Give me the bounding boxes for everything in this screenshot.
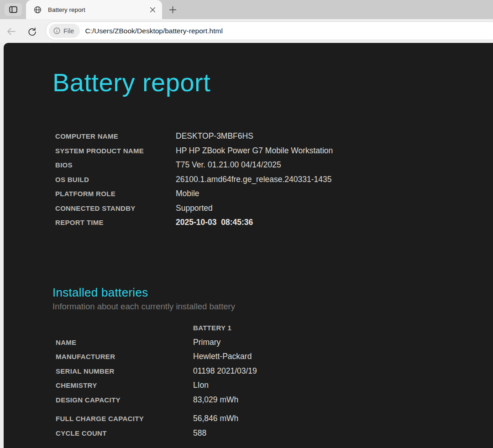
row-label: PLATFORM ROLE <box>55 190 176 198</box>
tab-actions-button[interactable] <box>5 3 22 16</box>
table-row: NAME Primary <box>56 335 257 350</box>
battery-column-header: BATTERY 1 <box>193 324 231 332</box>
system-info-table: COMPUTER NAME DESKTOP-3MBF6HS SYSTEM PRO… <box>55 129 333 230</box>
new-tab-button[interactable] <box>165 3 180 16</box>
table-row: CHEMISTRY LIon <box>56 378 257 393</box>
plus-icon <box>168 5 178 15</box>
table-row: COMPUTER NAME DESKTOP-3MBF6HS <box>55 129 333 144</box>
row-value: T75 Ver. 01.21.00 04/14/2025 <box>176 160 281 170</box>
globe-icon <box>33 5 42 14</box>
row-label: DESIGN CAPACITY <box>56 396 193 404</box>
table-row: SYSTEM PRODUCT NAME HP HP ZBook Power G7… <box>55 144 333 158</box>
row-label: NAME <box>56 339 193 346</box>
row-value: 56,846 mWh <box>193 414 238 423</box>
row-label: FULL CHARGE CAPACITY <box>56 415 193 422</box>
row-label: MANUFACTURER <box>56 353 193 360</box>
section-title: Installed batteries <box>52 285 235 300</box>
row-label: CONNECTED STANDBY <box>55 204 176 212</box>
row-value-report-time: 2025-10-03 08:45:36 <box>176 218 253 227</box>
row-value: HP HP ZBook Power G7 Mobile Workstation <box>176 146 333 156</box>
row-value: 01198 2021/03/19 <box>193 366 257 376</box>
table-row: REPORT TIME 2025-10-03 08:45:36 <box>55 215 333 230</box>
row-label: CHEMISTRY <box>56 381 193 389</box>
row-value: Supported <box>176 203 213 213</box>
tab-strip: Battery report <box>0 0 493 19</box>
web-content-battery-report: Battery report COMPUTER NAME DESKTOP-3MB… <box>4 43 493 448</box>
file-badge-label: File <box>63 27 74 35</box>
arrow-left-icon <box>6 26 17 37</box>
row-value: LIon <box>193 380 209 390</box>
row-value: Primary <box>193 338 220 347</box>
address-bar[interactable]: File C:/Users/ZBook/Desktop/battery-repo… <box>46 21 493 40</box>
row-value: 26100.1.amd64fre.ge_release.240331-1435 <box>176 175 332 184</box>
row-label: REPORT TIME <box>55 219 176 226</box>
table-row: CONNECTED STANDBY Supported <box>55 201 333 216</box>
table-row: OS BUILD 26100.1.amd64fre.ge_release.240… <box>55 172 333 187</box>
row-label: SERIAL NUMBER <box>56 367 193 375</box>
row-label: OS BUILD <box>55 176 176 183</box>
refresh-icon <box>27 26 37 37</box>
back-button[interactable] <box>5 25 18 38</box>
row-label: BIOS <box>55 161 176 169</box>
info-icon <box>53 27 61 35</box>
browser-tab-battery-report[interactable]: Battery report <box>26 0 162 19</box>
table-row: DESIGN CAPACITY 83,029 mWh <box>56 393 257 407</box>
url-text: C:/Users/ZBook/Desktop/battery-report.ht… <box>85 27 223 35</box>
installed-batteries-section: Installed batteries Information about ea… <box>52 285 235 313</box>
address-toolbar: File C:/Users/ZBook/Desktop/battery-repo… <box>0 19 493 43</box>
table-row: BIOS T75 Ver. 01.21.00 04/14/2025 <box>55 158 333 172</box>
site-info-badge[interactable]: File <box>49 24 80 38</box>
table-row: PLATFORM ROLE Mobile <box>55 187 333 201</box>
section-subtitle: Information about each currently install… <box>52 300 235 313</box>
table-row: CYCLE COUNT 588 <box>56 426 257 441</box>
page-title: Battery report <box>52 70 210 95</box>
row-value: DESKTOP-3MBF6HS <box>176 131 253 141</box>
installed-batteries-table: BATTERY 1 NAME Primary MANUFACTURER Hewl… <box>56 321 257 440</box>
row-value: 588 <box>193 428 206 438</box>
refresh-button[interactable] <box>25 25 39 38</box>
row-label: COMPUTER NAME <box>55 132 176 140</box>
tab-title: Battery report <box>48 6 147 13</box>
row-label: SYSTEM PRODUCT NAME <box>55 147 176 155</box>
table-row: SERIAL NUMBER 01198 2021/03/19 <box>56 364 257 379</box>
table-row: MANUFACTURER Hewlett-Packard <box>56 349 257 364</box>
table-row: FULL CHARGE CAPACITY 56,846 mWh <box>56 412 257 426</box>
row-value: Mobile <box>176 189 199 198</box>
tab-actions-icon <box>8 5 18 15</box>
row-value: Hewlett-Packard <box>193 352 252 361</box>
close-tab-button[interactable] <box>147 4 158 16</box>
row-label: CYCLE COUNT <box>56 429 193 437</box>
row-value: 83,029 mWh <box>193 395 238 405</box>
table-header-row: BATTERY 1 <box>56 321 257 335</box>
